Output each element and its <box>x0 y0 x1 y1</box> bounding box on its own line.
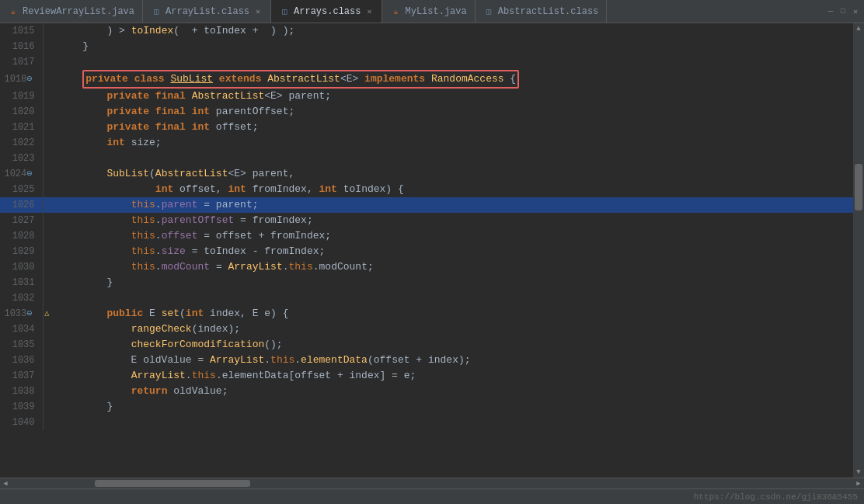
scroll-thumb-vertical[interactable] <box>855 164 862 210</box>
table-row: 1020 private final int parentOffset; <box>0 104 853 120</box>
restore-button[interactable]: □ <box>838 6 848 17</box>
line-number: 1040 <box>0 415 43 430</box>
scroll-track-vertical[interactable] <box>853 34 864 467</box>
line-content: int size; <box>51 135 853 151</box>
table-row: 1040 <box>0 415 853 430</box>
line-number: 1028 <box>0 228 43 244</box>
line-content: E oldValue = ArrayList.this.elementData(… <box>51 353 853 368</box>
table-row: 1037 ArrayList.this.elementData[offset +… <box>0 368 853 384</box>
tab-arraylist-close[interactable]: ✕ <box>253 7 263 16</box>
table-row: 1032 <box>0 290 853 306</box>
table-row: 1018⊖ private class SubList extends Abst… <box>0 70 853 89</box>
java-icon-2: ☕ <box>390 6 401 17</box>
line-number: 1037 <box>0 368 43 384</box>
line-number: 1027 <box>0 213 43 228</box>
line-content: this.modCount = ArrayList.this.modCount; <box>51 259 853 275</box>
tab-review[interactable]: ☕ ReviewArrayList.java <box>0 0 143 23</box>
line-content: private class SubList extends AbstractLi… <box>51 70 853 89</box>
scroll-left-arrow[interactable]: ◀ <box>0 478 11 489</box>
tab-arraylist-label: ArrayList.class <box>165 6 249 17</box>
table-row: 1026 this.parent = parent; <box>0 197 853 213</box>
table-row: 1027 this.parentOffset = fromIndex; <box>0 213 853 228</box>
line-content: rangeCheck(index); <box>51 322 853 337</box>
table-row: 1036 E oldValue = ArrayList.this.element… <box>0 353 853 368</box>
scroll-up-arrow[interactable]: ▲ <box>853 23 864 34</box>
code-container: 1015 ) > toIndex( + toIndex + ) ); 1016 … <box>0 23 853 478</box>
tab-review-label: ReviewArrayList.java <box>23 6 134 17</box>
status-bar: https://blog.csdn.ne/gji836&5455 <box>0 488 864 504</box>
main-window: ☕ ReviewArrayList.java ◫ ArrayList.class… <box>0 0 864 504</box>
close-button[interactable]: ✕ <box>850 6 861 17</box>
line-content: this.size = toIndex - fromIndex; <box>51 244 853 259</box>
line-number: 1036 <box>0 353 43 368</box>
tab-abstractlist-label: AbstractList.class <box>498 6 599 17</box>
tab-arrays-close[interactable]: ✕ <box>364 7 374 16</box>
tab-abstractlist[interactable]: ◫ AbstractList.class <box>476 0 608 23</box>
line-number: 1022 <box>0 135 43 151</box>
line-content <box>51 290 853 306</box>
table-row: 1029 this.size = toIndex - fromIndex; <box>0 244 853 259</box>
editor-area: 1015 ) > toIndex( + toIndex + ) ); 1016 … <box>0 23 864 478</box>
table-row: 1031 } <box>0 275 853 290</box>
table-row: 1038 return oldValue; <box>0 384 853 399</box>
status-url: https://blog.csdn.ne/gji836&5455 <box>694 492 858 502</box>
line-number: 1018⊖ <box>0 70 43 89</box>
tab-arrays-label: Arrays.class <box>294 6 361 17</box>
table-row: 1023 <box>0 151 853 166</box>
table-row: 1015 ) > toIndex( + toIndex + ) ); <box>0 23 853 39</box>
table-row: 1017 <box>0 54 853 70</box>
table-row: 1016 } <box>0 39 853 54</box>
line-content: ArrayList.this.elementData[offset + inde… <box>51 368 853 384</box>
table-row: 1025 int offset, int fromIndex, int toIn… <box>0 182 853 197</box>
line-number: 1015 <box>0 23 43 39</box>
line-content: return oldValue; <box>51 384 853 399</box>
code-scroll[interactable]: 1015 ) > toIndex( + toIndex + ) ); 1016 … <box>0 23 853 478</box>
table-row: 1024⊖ SubList(AbstractList<E> parent, <box>0 166 853 182</box>
line-content: private final int offset; <box>51 120 853 135</box>
line-number: 1032 <box>0 290 43 306</box>
table-row: 1019 private final AbstractList<E> paren… <box>0 89 853 104</box>
table-row: 1030 this.modCount = ArrayList.this.modC… <box>0 259 853 275</box>
table-row: 1021 private final int offset; <box>0 120 853 135</box>
line-content: this.parent = parent; <box>51 197 853 213</box>
line-number: 1039 <box>0 399 43 415</box>
line-number: 1026 <box>0 197 43 213</box>
tab-mylist-label: MyList.java <box>405 6 466 17</box>
table-row: 1035 checkForComodification(); <box>0 337 853 353</box>
line-content: SubList(AbstractList<E> parent, <box>51 166 853 182</box>
line-number: 1030 <box>0 259 43 275</box>
line-number: 1025 <box>0 182 43 197</box>
tab-mylist[interactable]: ☕ MyList.java <box>382 0 475 23</box>
vertical-scrollbar[interactable]: ▲ ▼ <box>853 23 864 478</box>
line-number: 1034 <box>0 322 43 337</box>
window-controls: — □ ✕ <box>822 0 864 23</box>
scroll-right-arrow[interactable]: ▶ <box>853 478 864 489</box>
table-row: 1039 } <box>0 399 853 415</box>
line-content: } <box>51 39 853 54</box>
class-icon: ◫ <box>151 6 162 17</box>
scroll-down-arrow[interactable]: ▼ <box>853 467 864 478</box>
class-icon-2: ◫ <box>279 6 290 17</box>
line-content: } <box>51 275 853 290</box>
table-row: 1028 this.offset = offset + fromIndex; <box>0 228 853 244</box>
code-table: 1015 ) > toIndex( + toIndex + ) ); 1016 … <box>0 23 853 430</box>
line-number: 1033⊖ <box>0 306 43 322</box>
scroll-thumb-horizontal[interactable] <box>95 480 250 487</box>
line-number: 1019 <box>0 89 43 104</box>
line-number: 1031 <box>0 275 43 290</box>
line-content <box>51 151 853 166</box>
minimize-button[interactable]: — <box>825 6 836 17</box>
line-number: 1016 <box>0 39 43 54</box>
line-number: 1020 <box>0 104 43 120</box>
line-number: 1038 <box>0 384 43 399</box>
scroll-track-horizontal[interactable] <box>11 478 853 488</box>
line-content <box>51 54 853 70</box>
line-content: this.offset = offset + fromIndex; <box>51 228 853 244</box>
line-content: ) > toIndex( + toIndex + ) ); <box>51 23 853 39</box>
tab-arraylist[interactable]: ◫ ArrayList.class ✕ <box>143 0 271 23</box>
line-content: public E set(int index, E e) { <box>51 306 853 322</box>
tab-arrays[interactable]: ◫ Arrays.class ✕ <box>271 0 382 23</box>
line-content: private final AbstractList<E> parent; <box>51 89 853 104</box>
horizontal-scrollbar[interactable]: ◀ ▶ <box>0 478 864 488</box>
line-content: this.parentOffset = fromIndex; <box>51 213 853 228</box>
